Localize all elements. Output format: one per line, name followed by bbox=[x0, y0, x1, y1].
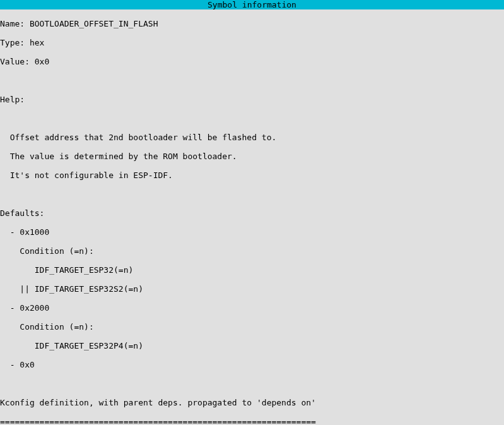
symbol-info-content: Name: BOOTLOADER_OFFSET_IN_FLASH Type: h… bbox=[0, 9, 504, 425]
default-entry: - 0x1000 bbox=[0, 227, 504, 237]
title-bar: Symbol information bbox=[0, 0, 504, 9]
separator-line: ========================================… bbox=[0, 417, 504, 425]
condition-expr: IDF_TARGET_ESP32P4(=n) bbox=[0, 341, 504, 350]
condition-line: Condition (=n): bbox=[0, 322, 504, 332]
help-text: Offset address that 2nd bootloader will … bbox=[0, 133, 504, 142]
help-text: The value is determined by the ROM bootl… bbox=[0, 152, 504, 161]
default-entry: - 0x2000 bbox=[0, 303, 504, 313]
defaults-header: Defaults: bbox=[0, 208, 504, 218]
condition-expr: || IDF_TARGET_ESP32S2(=n) bbox=[0, 284, 504, 294]
kconfig-header: Kconfig definition, with parent deps. pr… bbox=[0, 398, 504, 407]
help-header: Help: bbox=[0, 95, 504, 104]
value-line: Value: 0x0 bbox=[0, 57, 504, 66]
blank-line bbox=[0, 76, 504, 85]
blank-line bbox=[0, 189, 504, 199]
condition-expr: IDF_TARGET_ESP32(=n) bbox=[0, 265, 504, 275]
help-text: It's not configurable in ESP-IDF. bbox=[0, 171, 504, 180]
name-line: Name: BOOTLOADER_OFFSET_IN_FLASH bbox=[0, 19, 504, 28]
condition-line: Condition (=n): bbox=[0, 246, 504, 256]
blank-line bbox=[0, 114, 504, 123]
title-text: Symbol information bbox=[208, 0, 296, 9]
type-line: Type: hex bbox=[0, 38, 504, 47]
blank-line bbox=[0, 379, 504, 388]
default-entry: - 0x0 bbox=[0, 360, 504, 369]
